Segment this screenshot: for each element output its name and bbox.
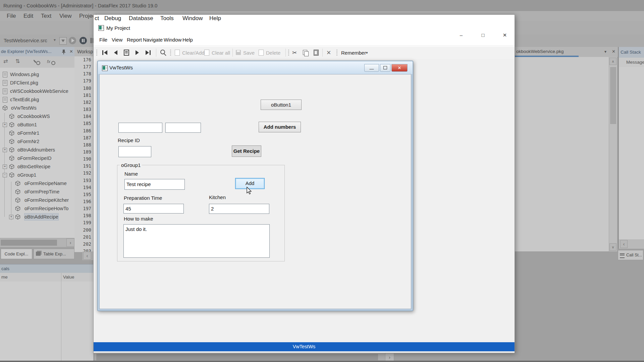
ogroup1-label: oGroup1 (120, 162, 142, 168)
menu-tools[interactable]: Tools (160, 15, 174, 22)
my-project-title: My Project (106, 22, 130, 34)
search-icon[interactable] (159, 48, 168, 57)
vw-minimize-icon[interactable]: — (364, 64, 379, 72)
menu-project-clipped[interactable]: ct (95, 15, 99, 22)
menu-help[interactable]: Help (209, 15, 221, 22)
menu-debug[interactable]: Debug (104, 15, 121, 22)
my-project-statusbar: VwTestWs (94, 342, 515, 351)
recipe-name-field[interactable]: Test recipe (124, 179, 185, 190)
first-record-icon[interactable] (100, 48, 110, 57)
vw-restore-icon[interactable] (380, 64, 390, 72)
remember-caret-icon[interactable]: ▾ (366, 47, 368, 59)
vwtestws-title: VwTestWs (109, 61, 133, 74)
my-project-toolbar: Clear/Add Clear all Save Delete ✂ ✕ Reme… (94, 47, 515, 59)
previous-record-icon[interactable] (111, 48, 120, 57)
next-record-icon[interactable] (132, 48, 142, 57)
mp-paste-icon[interactable] (314, 50, 319, 56)
recipe-id-label: Recipe ID (118, 137, 140, 143)
mp-delete-x-icon[interactable]: ✕ (326, 47, 331, 59)
mp-menu-window[interactable]: Window (164, 34, 181, 46)
add-numbers-button[interactable]: Add numbers (259, 122, 301, 132)
my-project-titlebar[interactable]: My Project – □ ✕ (94, 22, 515, 34)
vwtestws-titlebar[interactable]: VwTestWs — ✕ (98, 61, 413, 74)
vwtestws-icon (102, 65, 108, 71)
mouse-cursor (247, 187, 252, 194)
name-label: Name (124, 171, 138, 177)
get-recipe-button[interactable]: Get Recipe (232, 145, 261, 157)
how-to-make-field[interactable]: Just do it. (123, 224, 270, 258)
mp-menu-navigate[interactable]: Navigate (143, 34, 163, 46)
mp-cut-icon[interactable]: ✂ (292, 47, 297, 59)
obutton1-button[interactable]: oButton1 (261, 100, 302, 110)
number1-field[interactable] (118, 123, 162, 133)
menu-window[interactable]: Window (182, 15, 203, 22)
find-record-icon[interactable] (122, 48, 131, 57)
my-project-menubar: File View Report Navigate Window Help (94, 34, 515, 46)
mp-menu-file[interactable]: File (99, 34, 107, 46)
clear-all-button[interactable]: Clear all (212, 47, 230, 59)
clear-add-icon (175, 50, 180, 56)
remember-button[interactable]: Remember (341, 47, 366, 59)
mp-menu-report[interactable]: Report (127, 34, 142, 46)
menu-database[interactable]: Database (129, 15, 153, 22)
preparation-time-label: Preparation Time (124, 195, 162, 201)
menu-overlay-band: ct Debug Database Tools Window Help (94, 15, 515, 22)
mp-copy-icon[interactable] (303, 50, 307, 55)
active-view-name: VwTestWs (293, 344, 316, 349)
save-record-icon (236, 50, 241, 55)
how-to-make-label: How to make (124, 216, 153, 222)
save-record-button[interactable]: Save (243, 47, 255, 59)
my-project-icon (98, 25, 104, 31)
vw-close-icon[interactable]: ✕ (391, 64, 408, 72)
kitchen-label: Kitchen (209, 194, 226, 200)
delete-record-icon (259, 50, 264, 56)
last-record-icon[interactable] (143, 48, 153, 57)
preparation-time-field[interactable]: 45 (123, 204, 184, 214)
clear-add-button[interactable]: Clear/Add (182, 47, 205, 59)
delete-record-button[interactable]: Delete (266, 47, 280, 59)
screen: Running - CookbookWs - [Administrator] -… (0, 0, 644, 362)
clear-all-icon (204, 50, 209, 56)
mp-menu-help[interactable]: Help (182, 34, 193, 46)
mp-menu-view[interactable]: View (112, 34, 122, 46)
vwtestws-window: VwTestWs — ✕ oButton1 Add numbers Recipe… (97, 61, 413, 311)
number2-field[interactable] (165, 123, 201, 133)
recipe-id-field[interactable] (118, 146, 151, 157)
kitchen-field[interactable]: 2 (209, 204, 269, 214)
